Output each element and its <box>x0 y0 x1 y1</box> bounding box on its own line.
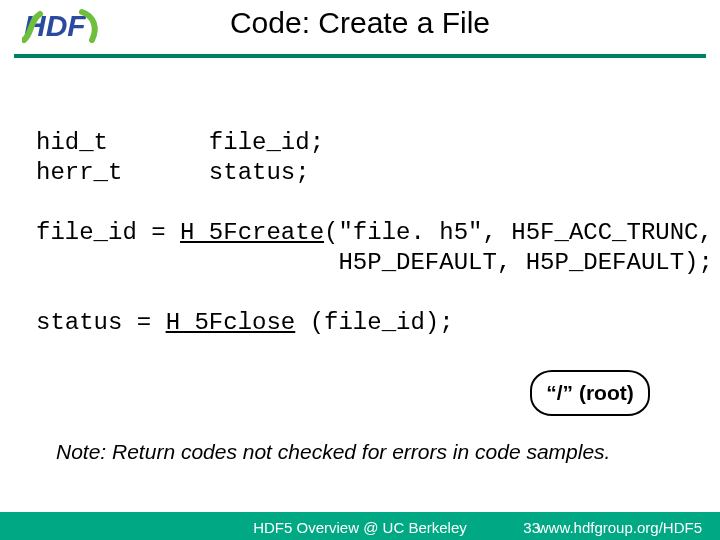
root-node-bubble: “/” (root) <box>530 370 650 416</box>
code-assign: status = <box>36 309 166 336</box>
code-args: ("file. h5", H5F_ACC_TRUNC, <box>324 219 713 246</box>
code-decl-var: file_id; <box>209 129 324 156</box>
code-decl-var: status; <box>209 159 310 186</box>
code-decl-type: hid_t <box>36 129 108 156</box>
code-assign: file_id = <box>36 219 180 246</box>
root-node-label: “/” (root) <box>546 381 633 405</box>
slide: HDF Code: Create a File hid_t file_id; h… <box>0 0 720 540</box>
code-fn-call: H 5Fcreate <box>180 219 324 246</box>
code-block: hid_t file_id; herr_t status; file_id = … <box>36 128 713 338</box>
code-args: (file_id); <box>295 309 453 336</box>
title-underline <box>14 54 706 58</box>
slide-title: Code: Create a File <box>0 6 720 40</box>
slide-note: Note: Return codes not checked for error… <box>56 440 610 464</box>
footer-url: www.hdfgroup.org/HDF5 <box>538 519 702 536</box>
code-fn-call: H 5Fclose <box>166 309 296 336</box>
code-args-cont: H5P_DEFAULT, H5P_DEFAULT); <box>36 249 713 276</box>
code-decl-type: herr_t <box>36 159 122 186</box>
